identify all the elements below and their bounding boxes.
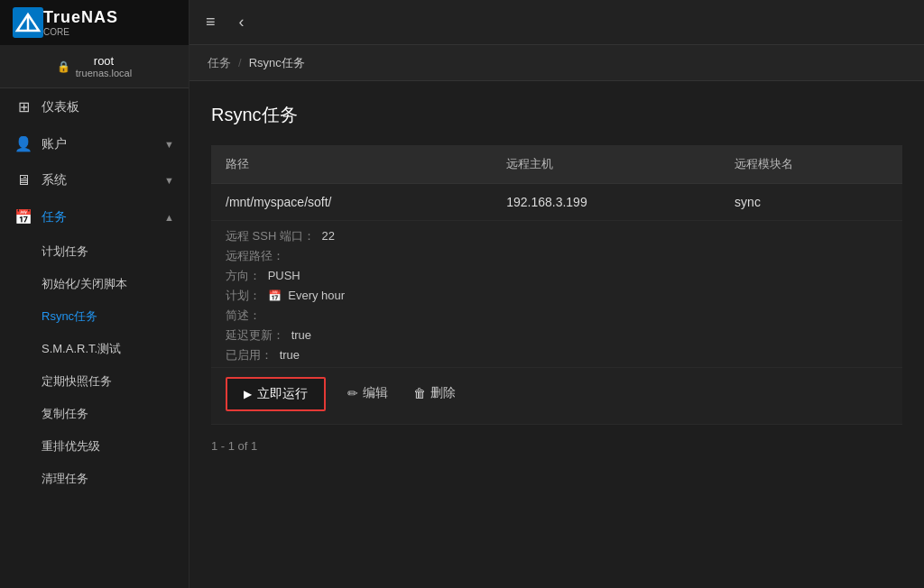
sidebar-item-init[interactable]: 初始化/关闭脚本 xyxy=(0,268,189,300)
detail-enabled: 已启用： true xyxy=(226,347,888,363)
actions-row: ▶ 立即运行 ✏ 编辑 🗑 删除 xyxy=(211,368,902,425)
sidebar-item-priority[interactable]: 重排优先级 xyxy=(0,430,189,463)
pagination: 1 - 1 of 1 xyxy=(211,439,902,453)
user-host: truenas.local xyxy=(76,68,132,78)
system-arrow: ▼ xyxy=(164,175,174,186)
cell-path: /mnt/myspace/soft/ xyxy=(211,184,492,221)
sidebar-item-smart[interactable]: S.M.A.R.T.测试 xyxy=(0,333,189,365)
sidebar-label-init: 初始化/关闭脚本 xyxy=(42,276,127,292)
run-now-button[interactable]: ▶ 立即运行 xyxy=(226,377,326,411)
sidebar-label-smart: S.M.A.R.T.测试 xyxy=(42,341,121,357)
col-remote-host: 远程主机 xyxy=(492,145,720,184)
sidebar-item-replicate[interactable]: 复制任务 xyxy=(0,398,189,430)
page-content: Rsync任务 路径 远程主机 远程模块名 /mnt/myspace/soft/… xyxy=(189,81,924,588)
sidebar-label-dashboard: 仪表板 xyxy=(42,99,79,115)
back-button[interactable]: ‹ xyxy=(232,5,252,39)
logo-area: TrueNAS CORE xyxy=(0,0,189,45)
schedule-val: Every hour xyxy=(288,289,345,302)
logo-sub: CORE xyxy=(43,27,118,37)
sidebar-label-system: 系统 xyxy=(42,172,67,188)
sidebar: TrueNAS CORE 🔒 root truenas.local ⊞ 仪表板 … xyxy=(0,0,189,588)
truenas-logo xyxy=(13,7,43,38)
delete-button[interactable]: 🗑 删除 xyxy=(402,378,467,409)
user-info: root truenas.local xyxy=(76,54,132,78)
delete-label: 删除 xyxy=(430,385,456,401)
remote-path-label: 远程路径： xyxy=(226,249,284,262)
detail-remote-path: 远程路径： xyxy=(226,248,888,264)
detail-delay: 延迟更新： true xyxy=(226,327,888,344)
enabled-label: 已启用： xyxy=(226,348,273,362)
lock-icon: 🔒 xyxy=(57,60,70,73)
topbar: ≡ ‹ xyxy=(189,0,924,45)
breadcrumb: 任务 / Rsync任务 xyxy=(189,45,924,81)
sidebar-item-rsync[interactable]: Rsync任务 xyxy=(0,300,189,333)
direction-label: 方向： xyxy=(226,269,261,282)
sidebar-item-clean[interactable]: 清理任务 xyxy=(0,463,189,495)
sidebar-item-snapshot[interactable]: 定期快照任务 xyxy=(0,365,189,398)
sidebar-item-dashboard[interactable]: ⊞ 仪表板 xyxy=(0,88,189,125)
account-arrow: ▼ xyxy=(164,139,174,150)
edit-icon: ✏ xyxy=(347,386,358,400)
col-module-name: 远程模块名 xyxy=(720,145,902,184)
ssh-val: 22 xyxy=(322,229,335,243)
hamburger-button[interactable]: ≡ xyxy=(199,5,223,39)
sidebar-item-tasks[interactable]: 📅 任务 ▲ xyxy=(0,198,189,235)
page-title: Rsync任务 xyxy=(211,103,902,127)
system-icon: 🖥 xyxy=(14,172,32,188)
schedule-label: 计划： xyxy=(226,289,261,302)
calendar-icon: 📅 xyxy=(268,289,282,302)
sidebar-label-priority: 重排优先级 xyxy=(42,438,100,455)
detail-ssh: 远程 SSH 端口： 22 xyxy=(226,228,888,244)
trash-icon: 🗑 xyxy=(413,386,426,400)
sidebar-label-tasks: 任务 xyxy=(42,209,67,225)
actions-cell: ▶ 立即运行 ✏ 编辑 🗑 删除 xyxy=(211,368,902,425)
detail-direction: 方向： PUSH xyxy=(226,268,888,284)
breadcrumb-separator: / xyxy=(238,56,242,69)
edit-label: 编辑 xyxy=(363,385,388,401)
account-icon: 👤 xyxy=(14,135,32,152)
rsync-table: 路径 远程主机 远程模块名 /mnt/myspace/soft/ 192.168… xyxy=(211,145,902,425)
user-name: root xyxy=(76,54,132,68)
breadcrumb-parent: 任务 xyxy=(208,55,231,71)
play-icon: ▶ xyxy=(244,388,252,400)
main-area: ≡ ‹ 任务 / Rsync任务 Rsync任务 路径 远程主机 远程模块名 /… xyxy=(189,0,924,588)
cell-remote-host: 192.168.3.199 xyxy=(492,184,720,221)
logo-text-area: TrueNAS CORE xyxy=(43,8,118,37)
table-row: /mnt/myspace/soft/ 192.168.3.199 sync xyxy=(211,184,902,221)
sidebar-label-rsync: Rsync任务 xyxy=(42,308,97,325)
enabled-val: true xyxy=(280,348,300,362)
dashboard-icon: ⊞ xyxy=(14,98,32,115)
sidebar-label-replicate: 复制任务 xyxy=(42,406,88,422)
sidebar-label-clean: 清理任务 xyxy=(42,471,88,487)
detail-desc: 简述： xyxy=(226,308,888,324)
details-row: 远程 SSH 端口： 22 远程路径： 方向： PUSH 计划： xyxy=(211,221,902,368)
desc-label: 简述： xyxy=(226,308,261,322)
delay-label: 延迟更新： xyxy=(226,328,284,342)
cell-module-name: sync xyxy=(720,184,902,221)
breadcrumb-current: Rsync任务 xyxy=(249,55,305,71)
edit-button[interactable]: ✏ 编辑 xyxy=(337,378,399,409)
sidebar-item-account[interactable]: 👤 账户 ▼ xyxy=(0,125,189,162)
detail-schedule: 计划： 📅 Every hour xyxy=(226,288,888,304)
run-label: 立即运行 xyxy=(257,386,308,402)
user-section: 🔒 root truenas.local xyxy=(0,45,189,88)
sidebar-label-account: 账户 xyxy=(42,136,67,152)
sidebar-label-snapshot: 定期快照任务 xyxy=(42,373,112,390)
delay-val: true xyxy=(291,328,311,342)
sidebar-item-scheduled[interactable]: 计划任务 xyxy=(0,235,189,268)
sidebar-item-system[interactable]: 🖥 系统 ▼ xyxy=(0,162,189,198)
col-path: 路径 xyxy=(211,145,492,184)
tasks-arrow: ▲ xyxy=(164,212,174,223)
logo-name: TrueNAS xyxy=(43,8,118,26)
tasks-icon: 📅 xyxy=(14,208,32,225)
details-cell: 远程 SSH 端口： 22 远程路径： 方向： PUSH 计划： xyxy=(211,221,902,368)
sidebar-label-scheduled: 计划任务 xyxy=(42,243,88,260)
ssh-label: 远程 SSH 端口： xyxy=(226,229,315,243)
direction-val: PUSH xyxy=(268,269,300,282)
